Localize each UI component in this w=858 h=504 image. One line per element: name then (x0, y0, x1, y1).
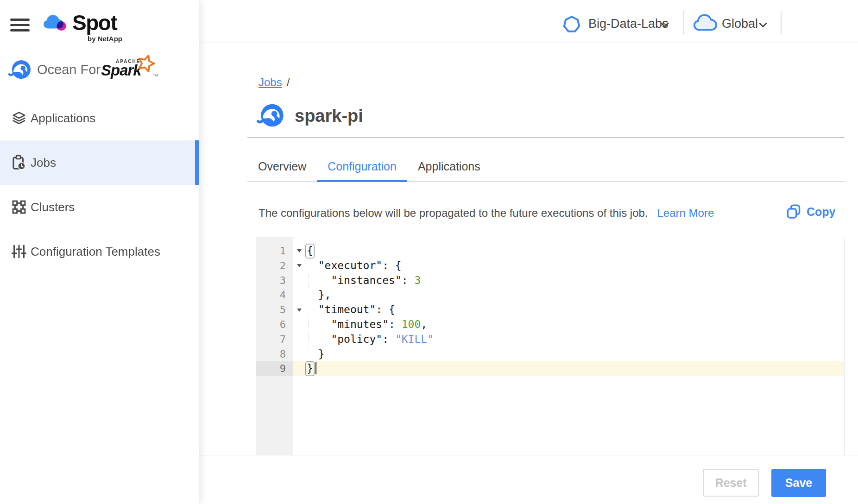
tab-overview[interactable]: Overview (247, 153, 317, 182)
fold-arrow-icon[interactable] (297, 264, 302, 267)
save-button[interactable]: Save (771, 469, 826, 497)
editor-line[interactable]: 6 "minutes": 100, (256, 317, 844, 332)
code-token-plain: "executor": { (305, 259, 402, 271)
fold-widget (293, 317, 305, 332)
org-dropdown[interactable] (562, 14, 581, 34)
code-token-number: 3 (414, 274, 421, 286)
fold-widget (293, 258, 305, 273)
tab-configuration[interactable]: Configuration (317, 153, 407, 182)
sidebar-item-clusters[interactable]: Clusters (0, 185, 199, 229)
editor-line[interactable]: 9} (256, 361, 844, 376)
editor-line[interactable]: 3 "instances": 3 (256, 273, 844, 288)
copy-button[interactable]: Copy (787, 204, 836, 219)
line-number: 9 (256, 361, 293, 376)
brand-byline: by NetApp (88, 35, 122, 43)
editor-line[interactable]: 8 } (256, 347, 844, 362)
code-token-plain: "timeout": { (305, 303, 395, 315)
nodes-grid-icon (12, 200, 26, 214)
editor-line[interactable]: 5 "timeout": { (256, 302, 844, 317)
brand-name: Spot (72, 10, 117, 35)
json-config-editor[interactable]: 1{2 "executor": {3 "instances": 34 },5 "… (256, 237, 845, 455)
sidebar-item-configuration-templates[interactable]: Configuration Templates (0, 229, 199, 274)
config-description-text: The configurations below will be propaga… (259, 207, 648, 219)
code-editor-rows: 1{2 "executor": {3 "instances": 34 },5 "… (256, 244, 844, 376)
trademark-label: TM (153, 73, 158, 77)
code-line[interactable]: "instances": 3 (305, 273, 844, 288)
sidebar-item-jobs[interactable]: Jobs (0, 140, 199, 185)
breadcrumb-separator: / (287, 76, 290, 88)
sliders-icon (12, 244, 26, 259)
sidebar-item-label: Applications (31, 111, 95, 126)
code-token-plain: "policy": (305, 333, 395, 345)
code-line[interactable]: { (305, 244, 844, 258)
editor-line[interactable]: 7 "policy": "KILL" (256, 332, 844, 347)
org-name[interactable]: Big-Data-Labs (588, 17, 669, 31)
fold-arrow-icon[interactable] (297, 309, 302, 312)
sidebar-item-label: Jobs (31, 156, 56, 170)
header-divider (683, 11, 684, 35)
region-name[interactable]: Global (722, 17, 758, 31)
fold-widget (293, 288, 305, 302)
ocean-wave-icon (8, 59, 32, 80)
sidebar-item-label: Clusters (31, 200, 75, 214)
code-line[interactable]: "timeout": { (305, 302, 844, 317)
editor-line[interactable]: 1{ (256, 244, 844, 258)
line-number: 5 (256, 302, 293, 317)
fold-widget (293, 273, 305, 288)
code-line[interactable]: "executor": { (305, 258, 844, 273)
top-header: Big-Data-Labs Global (199, 0, 858, 43)
code-line[interactable]: } (305, 347, 844, 362)
fold-widget (293, 244, 305, 258)
spot-logo[interactable]: Spot by NetApp (42, 10, 144, 43)
line-number: 4 (256, 288, 293, 302)
code-token-plain: "instances": (305, 274, 414, 286)
menu-icon[interactable] (10, 19, 30, 32)
tab-applications[interactable]: Applications (407, 153, 491, 182)
editor-line[interactable]: 2 "executor": { (256, 258, 844, 273)
code-line[interactable]: }, (305, 288, 844, 302)
copy-icon (787, 204, 801, 219)
product-home-link[interactable]: Ocean For APACHE Spark TM (8, 56, 170, 82)
tab-bar: Overview Configuration Applications (247, 153, 845, 182)
line-number: 2 (256, 258, 293, 273)
code-line[interactable]: "policy": "KILL" (305, 332, 844, 347)
code-line[interactable]: "minutes": 100, (305, 317, 844, 332)
layers-icon (12, 111, 26, 126)
text-cursor (315, 362, 317, 374)
sidebar-nav: Applications Jobs (0, 96, 199, 274)
apache-spark-logo: APACHE Spark TM (101, 56, 157, 82)
breadcrumb-jobs-link[interactable]: Jobs (259, 76, 282, 88)
copy-button-label: Copy (807, 205, 836, 219)
indent-guide (309, 332, 309, 347)
line-number: 8 (256, 347, 293, 362)
chevron-down-icon (661, 22, 669, 28)
product-name: Ocean For (37, 62, 101, 77)
line-number: 6 (256, 317, 293, 332)
code-token-plain: , (421, 318, 427, 330)
fold-widget (293, 361, 305, 376)
fold-widget (293, 347, 305, 362)
title-divider (247, 137, 845, 138)
line-number: 1 (256, 244, 293, 258)
page-title: spark-pi (295, 106, 363, 126)
indent-guide (309, 317, 309, 332)
chevron-down-icon (759, 22, 767, 28)
code-token-plain: "minutes": (305, 318, 402, 330)
sidebar: Spot by NetApp Ocean For APACHE Spark (0, 0, 199, 504)
fold-widget (293, 302, 305, 317)
code-line[interactable]: } (305, 361, 844, 376)
spark-star-icon (136, 54, 156, 73)
job-wave-icon (257, 103, 284, 128)
fold-arrow-icon[interactable] (297, 249, 302, 252)
indent-guide (309, 273, 309, 288)
learn-more-link[interactable]: Learn More (657, 207, 714, 219)
region-dropdown[interactable] (693, 13, 718, 33)
code-token-bracket: { (305, 244, 315, 258)
spark-label: Spark (101, 62, 141, 79)
sidebar-item-applications[interactable]: Applications (0, 96, 199, 140)
line-number: 3 (256, 273, 293, 288)
editor-line[interactable]: 4 }, (256, 288, 844, 302)
reset-button[interactable]: Reset (703, 469, 759, 497)
action-footer: Reset Save (199, 455, 858, 504)
spot-cloud-logo-icon (42, 11, 70, 34)
